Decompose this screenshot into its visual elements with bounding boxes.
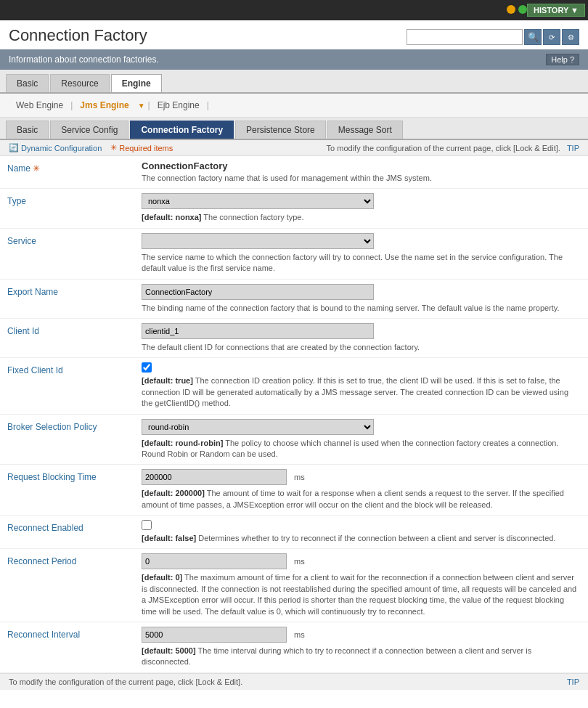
service-desc: The service name to which the connection… xyxy=(142,252,581,274)
config-bar: 🔄 Dynamic Configuration ✳ Required items… xyxy=(0,140,588,156)
help-button[interactable]: Help ? xyxy=(546,54,579,65)
value-client-id: The default client ID for connections th… xyxy=(134,318,588,357)
settings-button[interactable]: ⚙ xyxy=(562,29,579,45)
reconnect-interval-input-row: ms xyxy=(142,627,581,643)
request-blocking-unit: ms xyxy=(294,473,305,481)
label-service: Service xyxy=(0,228,134,279)
subnav-web-engine[interactable]: Web Engine xyxy=(9,98,70,113)
reconnect-enabled-checkbox[interactable] xyxy=(142,520,152,530)
tab-engine[interactable]: Engine xyxy=(111,74,162,92)
label-request-blocking: Request Blocking Time xyxy=(0,465,134,516)
label-type: Type xyxy=(0,189,134,228)
broker-selection-select[interactable]: round-robin random xyxy=(142,419,374,435)
info-message: Information about connection factories. xyxy=(9,54,159,65)
type-input-row: nonxa xa xyxy=(142,193,581,209)
label-reconnect-period: Reconnect Period xyxy=(0,549,134,622)
value-request-blocking: ms [default: 200000] The amount of time … xyxy=(134,465,588,516)
refresh-button[interactable]: ⟳ xyxy=(543,29,560,45)
dyn-config-icon: 🔄 xyxy=(9,143,19,152)
label-reconnect-enabled: Reconnect Enabled xyxy=(0,516,134,549)
value-fixed-client-id: [default: true] The connection ID creati… xyxy=(134,358,588,414)
config-bar-right: To modify the configuration of the curre… xyxy=(327,144,579,152)
reconnect-interval-unit: ms xyxy=(294,630,305,639)
export-name-input[interactable] xyxy=(142,284,374,300)
row-client-id: Client Id The default client ID for conn… xyxy=(0,318,588,357)
value-service: The service name to which the connection… xyxy=(134,228,588,279)
label-broker-selection: Broker Selection Policy xyxy=(0,414,134,465)
reconnect-period-input[interactable] xyxy=(142,553,287,569)
sec-tab-connection-factory[interactable]: Connection Factory xyxy=(130,121,234,139)
page-title-area: Connection Factory 🔍 ⟳ ⚙ xyxy=(0,20,588,49)
reconnect-period-input-row: ms xyxy=(142,553,581,569)
history-button[interactable]: HISTORY ▼ xyxy=(527,4,585,17)
sub-nav: Web Engine | Jms Engine ▼ | Ejb Engine | xyxy=(0,94,588,118)
label-export-name: Export Name xyxy=(0,279,134,318)
req-items-icon: ✳ xyxy=(110,143,117,152)
main-tabs: Basic Resource Engine xyxy=(0,70,588,94)
service-input-row xyxy=(142,233,581,249)
export-name-desc: The binding name of the connection facto… xyxy=(142,303,581,314)
client-id-desc: The default client ID for connections th… xyxy=(142,342,581,353)
subnav-jms-engine[interactable]: Jms Engine xyxy=(73,98,136,113)
sec-tab-service-config[interactable]: Service Config xyxy=(50,121,128,139)
request-blocking-desc: [default: 200000] The amount of time to … xyxy=(142,488,581,510)
type-desc: [default: nonxa] The connection factory … xyxy=(142,212,581,223)
form-table: Name ✳ ConnectionFactory The connection … xyxy=(0,156,588,673)
label-client-id: Client Id xyxy=(0,318,134,357)
row-export-name: Export Name The binding name of the conn… xyxy=(0,279,588,318)
top-bar: HISTORY ▼ xyxy=(0,0,588,20)
subnav-sep3: | xyxy=(207,100,209,110)
export-name-input-row xyxy=(142,284,581,300)
sec-tab-message-sort[interactable]: Message Sort xyxy=(327,121,403,139)
value-broker-selection: round-robin random [default: round-robin… xyxy=(134,414,588,465)
config-bar-left: 🔄 Dynamic Configuration ✳ Required items xyxy=(9,143,173,152)
subnav-ejb-engine[interactable]: Ejb Engine xyxy=(150,98,207,113)
value-reconnect-interval: ms [default: 5000] The time interval dur… xyxy=(134,622,588,673)
row-type: Type nonxa xa [default: nonxa] The conne… xyxy=(0,189,588,228)
row-name: Name ✳ ConnectionFactory The connection … xyxy=(0,156,588,189)
type-select[interactable]: nonxa xa xyxy=(142,193,374,209)
tip-link-top[interactable]: TIP xyxy=(567,144,579,152)
page-title: Connection Factory xyxy=(9,26,147,45)
reconnect-period-desc: [default: 0] The maximum amount of time … xyxy=(142,572,581,617)
value-type: nonxa xa [default: nonxa] The connection… xyxy=(134,189,588,228)
request-blocking-input-row: ms xyxy=(142,469,581,485)
jms-engine-indicator: ▼ xyxy=(138,102,145,110)
broker-selection-input-row: round-robin random xyxy=(142,419,581,435)
tab-resource[interactable]: Resource xyxy=(50,74,109,92)
dynamic-config: 🔄 Dynamic Configuration xyxy=(9,143,102,152)
value-name: ConnectionFactory The connection factory… xyxy=(134,156,588,189)
info-bar: Information about connection factories. … xyxy=(0,49,588,70)
value-reconnect-period: ms [default: 0] The maximum amount of ti… xyxy=(134,549,588,622)
search-area: 🔍 ⟳ ⚙ xyxy=(407,29,579,45)
name-desc: The connection factory name that is used… xyxy=(142,173,581,184)
reconnect-interval-input[interactable] xyxy=(142,627,287,643)
row-request-blocking: Request Blocking Time ms [default: 20000… xyxy=(0,465,588,516)
orange-indicator xyxy=(507,5,515,14)
sec-tab-basic[interactable]: Basic xyxy=(6,121,49,139)
search-button[interactable]: 🔍 xyxy=(524,29,542,45)
search-input[interactable] xyxy=(407,29,523,45)
fixed-client-id-checkbox[interactable] xyxy=(142,362,152,373)
bottom-note: To modify the configuration of the curre… xyxy=(9,678,242,686)
service-select[interactable] xyxy=(142,233,374,249)
reconnect-enabled-input-row xyxy=(142,520,581,530)
label-name: Name ✳ xyxy=(0,156,134,189)
row-fixed-client-id: Fixed Client Id [default: true] The conn… xyxy=(0,358,588,414)
sec-tab-persistence-store[interactable]: Persistence Store xyxy=(235,121,326,139)
request-blocking-input[interactable] xyxy=(142,469,287,485)
fixed-client-id-input-row xyxy=(142,362,581,373)
reconnect-interval-desc: [default: 5000] The time interval during… xyxy=(142,646,581,668)
value-export-name: The binding name of the connection facto… xyxy=(134,279,588,318)
client-id-input[interactable] xyxy=(142,323,374,339)
tip-link-bottom[interactable]: TIP xyxy=(567,678,579,686)
required-items: ✳ Required items xyxy=(110,143,173,152)
reconnect-period-unit: ms xyxy=(294,557,305,566)
tab-basic[interactable]: Basic xyxy=(6,74,49,92)
label-fixed-client-id: Fixed Client Id xyxy=(0,358,134,414)
row-broker-selection: Broker Selection Policy round-robin rand… xyxy=(0,414,588,465)
broker-selection-desc: [default: round-robin] The policy to cho… xyxy=(142,438,581,460)
value-reconnect-enabled: [default: false] Determines whether to t… xyxy=(134,516,588,549)
client-id-input-row xyxy=(142,323,581,339)
name-required-star: ✳ xyxy=(33,163,40,174)
